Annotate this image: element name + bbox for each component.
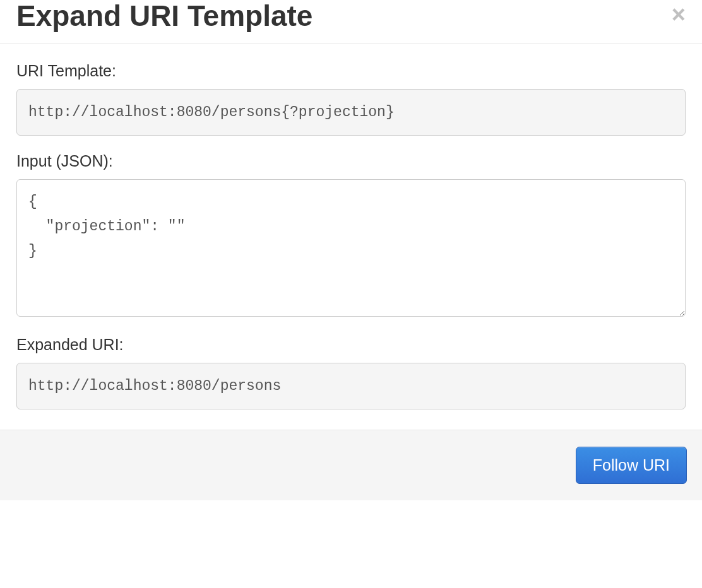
- expanded-uri-label: Expanded URI:: [16, 336, 686, 354]
- input-json-textarea[interactable]: [16, 179, 686, 317]
- modal-header: Expand URI Template ×: [0, 0, 702, 44]
- close-button[interactable]: ×: [672, 3, 686, 26]
- modal-footer: Follow URI: [0, 430, 702, 500]
- uri-template-label: URI Template:: [16, 62, 686, 80]
- modal-body: URI Template: http://localhost:8080/pers…: [0, 44, 702, 430]
- expand-uri-template-modal: Expand URI Template × URI Template: http…: [0, 0, 702, 500]
- uri-template-field: http://localhost:8080/persons{?projectio…: [16, 89, 686, 136]
- modal-title: Expand URI Template: [16, 0, 312, 32]
- input-json-label: Input (JSON):: [16, 152, 686, 170]
- follow-uri-button[interactable]: Follow URI: [576, 447, 687, 484]
- close-icon: ×: [672, 1, 686, 28]
- expanded-uri-field: http://localhost:8080/persons: [16, 363, 686, 409]
